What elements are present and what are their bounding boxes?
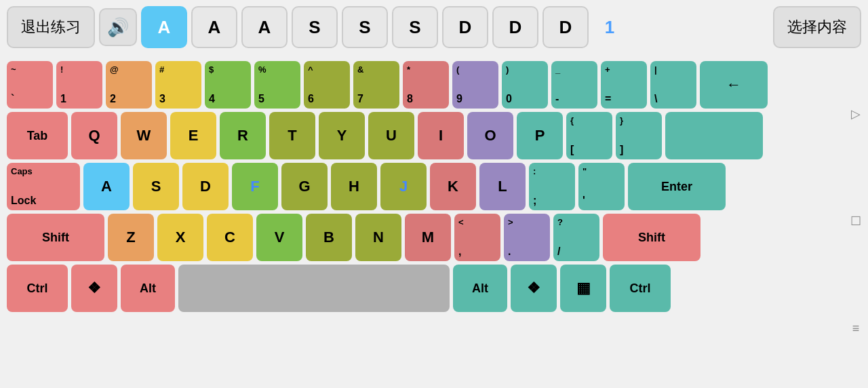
key-row-4: Ctrl❖AltAlt❖▦Ctrl: [7, 265, 840, 312]
key-3-1[interactable]: Z: [108, 214, 154, 261]
key-4-2[interactable]: Alt: [121, 265, 175, 312]
sequence-container: AAASSSDDD: [141, 6, 589, 48]
sequence-key-0[interactable]: A: [141, 6, 187, 48]
key-2-6[interactable]: H: [331, 163, 377, 210]
key-0-10[interactable]: )0: [502, 61, 548, 109]
key-row-1: TabQWERTYUIOP{[}]: [7, 112, 840, 159]
key-1-10[interactable]: P: [517, 112, 563, 159]
key-4-6[interactable]: ▦: [560, 265, 606, 312]
key-2-0[interactable]: CapsLock: [7, 163, 80, 210]
key-2-11[interactable]: "': [578, 163, 625, 210]
key-4-5[interactable]: ❖: [511, 265, 557, 312]
key-4-1[interactable]: ❖: [71, 265, 117, 312]
key-0-1[interactable]: !1: [56, 61, 102, 109]
key-4-7[interactable]: Ctrl: [610, 265, 671, 312]
top-bar: 退出练习 🔊 AAASSSDDD 1 选择内容: [0, 0, 868, 54]
key-3-10[interactable]: ?/: [553, 214, 599, 261]
key-2-2[interactable]: S: [133, 163, 179, 210]
key-1-11[interactable]: {[: [566, 112, 612, 159]
key-row-3: ShiftZXCVBNM<,>.?/Shift: [7, 214, 840, 261]
key-2-10[interactable]: :;: [529, 163, 575, 210]
sequence-key-3[interactable]: S: [292, 6, 338, 48]
exit-button[interactable]: 退出练习: [7, 6, 95, 48]
key-4-4[interactable]: Alt: [453, 265, 507, 312]
key-2-3[interactable]: D: [182, 163, 229, 210]
sequence-key-7[interactable]: D: [492, 6, 538, 48]
key-2-12[interactable]: Enter: [628, 163, 726, 210]
key-1-2[interactable]: W: [121, 112, 167, 159]
key-3-8[interactable]: <,: [454, 214, 500, 261]
sequence-key-5[interactable]: S: [392, 6, 438, 48]
key-1-8[interactable]: I: [418, 112, 464, 159]
key-2-5[interactable]: G: [281, 163, 328, 210]
key-4-3[interactable]: [178, 265, 450, 312]
key-0-0[interactable]: ~`: [7, 61, 53, 109]
key-0-4[interactable]: $4: [205, 61, 251, 109]
key-2-1[interactable]: A: [83, 163, 130, 210]
key-3-5[interactable]: B: [306, 214, 352, 261]
key-2-8[interactable]: K: [430, 163, 476, 210]
key-1-5[interactable]: T: [269, 112, 315, 159]
sequence-key-1[interactable]: A: [191, 6, 237, 48]
sequence-key-8[interactable]: D: [542, 6, 589, 48]
key-1-4[interactable]: R: [220, 112, 266, 159]
key-0-5[interactable]: %5: [254, 61, 300, 109]
key-3-3[interactable]: C: [207, 214, 253, 261]
key-0-12[interactable]: +=: [601, 61, 647, 109]
key-1-1[interactable]: Q: [71, 112, 117, 159]
key-3-7[interactable]: M: [405, 214, 451, 261]
progress-number: 1: [593, 6, 627, 48]
key-3-2[interactable]: X: [157, 214, 203, 261]
key-1-13[interactable]: [665, 112, 763, 159]
virtual-keyboard: ~`!1@2#3$4%5^6&7*8(9)0_-+=|\←TabQWERTYUI…: [3, 57, 844, 385]
key-2-7[interactable]: J: [380, 163, 427, 210]
key-3-6[interactable]: N: [355, 214, 401, 261]
key-2-9[interactable]: L: [479, 163, 526, 210]
key-0-11[interactable]: _-: [551, 61, 597, 109]
key-1-7[interactable]: U: [368, 112, 414, 159]
key-3-11[interactable]: Shift: [603, 214, 701, 261]
key-0-7[interactable]: &7: [353, 61, 399, 109]
key-2-4[interactable]: F: [232, 163, 278, 210]
key-1-12[interactable]: }]: [616, 112, 662, 159]
key-3-0[interactable]: Shift: [7, 214, 104, 261]
key-1-6[interactable]: Y: [319, 112, 365, 159]
key-0-6[interactable]: ^6: [304, 61, 350, 109]
key-0-8[interactable]: *8: [403, 61, 449, 109]
key-1-3[interactable]: E: [170, 112, 216, 159]
keyboard-wrapper: ~`!1@2#3$4%5^6&7*8(9)0_-+=|\←TabQWERTYUI…: [0, 54, 868, 388]
key-row-2: CapsLockASDFGHJKL:;"'Enter: [7, 163, 840, 210]
sequence-key-4[interactable]: S: [342, 6, 388, 48]
right-sidebar: ▷ ☐ ≡: [844, 57, 868, 385]
select-content-button[interactable]: 选择内容: [773, 6, 861, 48]
key-1-0[interactable]: Tab: [7, 112, 68, 159]
chevron-right-icon: ▷: [851, 106, 861, 121]
sequence-key-6[interactable]: D: [442, 6, 488, 48]
key-3-4[interactable]: V: [256, 214, 302, 261]
key-0-13[interactable]: |\: [650, 61, 696, 109]
key-0-2[interactable]: @2: [106, 61, 152, 109]
key-0-9[interactable]: (9: [452, 61, 498, 109]
key-3-9[interactable]: >.: [504, 214, 550, 261]
key-4-0[interactable]: Ctrl: [7, 265, 68, 312]
key-1-9[interactable]: O: [467, 112, 513, 159]
key-0-3[interactable]: #3: [155, 61, 201, 109]
speaker-button[interactable]: 🔊: [99, 8, 137, 46]
sequence-key-2[interactable]: A: [241, 6, 288, 48]
key-row-0: ~`!1@2#3$4%5^6&7*8(9)0_-+=|\←: [7, 61, 840, 109]
menu-icon[interactable]: ≡: [852, 322, 860, 336]
checkbox-icon[interactable]: ☐: [850, 214, 861, 229]
key-0-14[interactable]: ←: [700, 61, 768, 109]
